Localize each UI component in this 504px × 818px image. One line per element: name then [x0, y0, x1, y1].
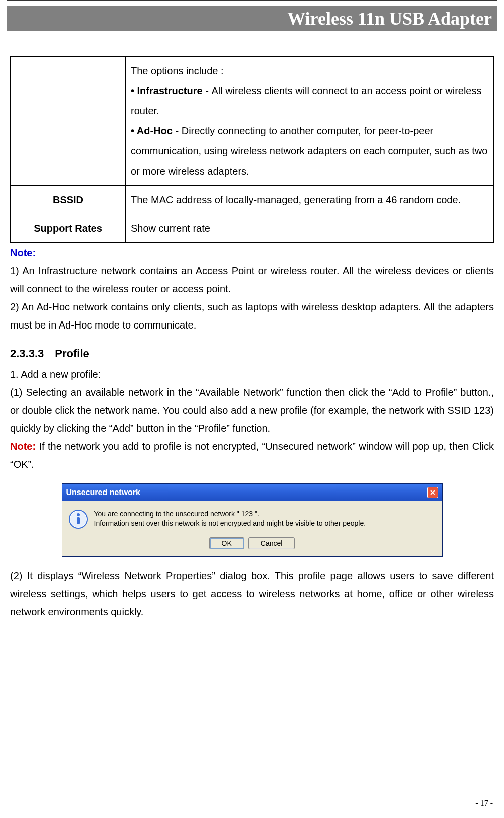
support-rates-desc: Show current rate — [126, 214, 494, 243]
cancel-button[interactable]: Cancel — [248, 537, 295, 549]
profile-line-1: 1. Add a new profile: — [10, 365, 494, 383]
page-header-title: Wireless 11n USB Adapter — [7, 6, 497, 31]
profile-line-2: (1) Selecting an available network in th… — [10, 383, 494, 437]
profile-line-3: (2) It displays “Wireless Network Proper… — [10, 567, 494, 621]
row-content: The options include : • Infrastructure -… — [126, 57, 494, 186]
bssid-desc: The MAC address of locally-managed, gene… — [126, 186, 494, 214]
table-row: The options include : • Infrastructure -… — [11, 57, 494, 186]
properties-table: The options include : • Infrastructure -… — [10, 56, 494, 243]
note2-text: If the network you add to profile is not… — [10, 441, 494, 470]
dialog-message: You are connecting to the unsecured netw… — [94, 509, 366, 528]
ok-button[interactable]: OK — [209, 537, 244, 549]
table-row: Support Rates Show current rate — [11, 214, 494, 243]
unsecured-network-dialog: Unsecured network ✕ You are connecting t… — [62, 483, 443, 557]
close-button[interactable]: ✕ — [427, 487, 438, 498]
dialog-title-text: Unsecured network — [66, 488, 140, 497]
close-icon: ✕ — [430, 488, 436, 497]
note-item-1: 1) An Infrastructure network contains an… — [10, 262, 494, 298]
bssid-label: BSSID — [11, 186, 126, 214]
info-icon — [68, 509, 88, 529]
support-rates-label: Support Rates — [11, 214, 126, 243]
page-number: - 17 - — [475, 799, 493, 808]
svg-rect-3 — [77, 517, 80, 524]
note-item-2: 2) An Ad-Hoc network contains only clien… — [10, 298, 494, 334]
note-label: Note: — [10, 247, 36, 258]
options-include-text: The options include : — [131, 65, 224, 76]
dialog-titlebar: Unsecured network ✕ — [62, 484, 442, 501]
adhoc-label: • Ad-Hoc - — [131, 125, 182, 136]
table-row: BSSID The MAC address of locally-managed… — [11, 186, 494, 214]
infrastructure-label: • Infrastructure - — [131, 85, 211, 96]
row-label — [11, 57, 126, 186]
adhoc-desc: Directly connecting to another computer,… — [131, 125, 487, 177]
note2-label: Note: — [10, 441, 36, 452]
section-heading-profile: 2.3.3.3 Profile — [10, 347, 494, 360]
dialog-msg-line1: You are connecting to the unsecured netw… — [94, 510, 259, 518]
svg-point-2 — [77, 513, 80, 516]
dialog-msg-line2: Information sent over this network is no… — [94, 519, 366, 527]
